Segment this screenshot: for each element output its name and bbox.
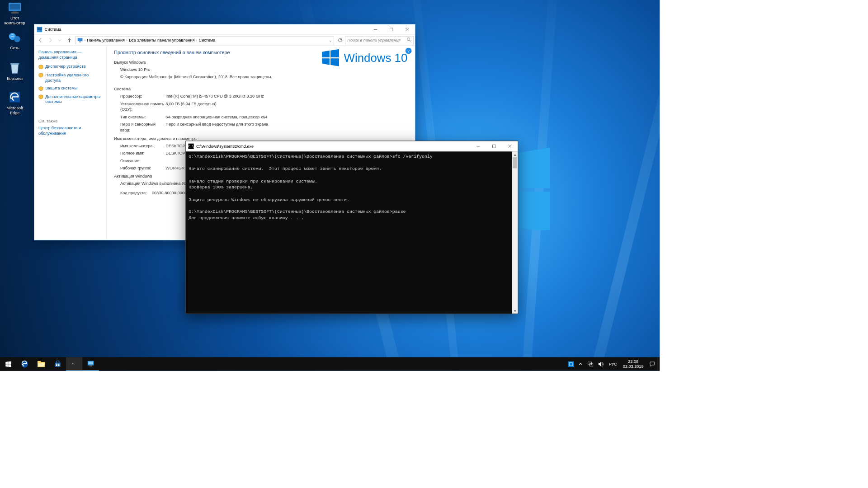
svg-rect-36 [38, 361, 41, 363]
pc-icon [77, 37, 83, 42]
tray-volume-icon[interactable] [596, 357, 607, 371]
nav-recent-dropdown[interactable] [55, 35, 65, 45]
label-productid: Код продукта: [114, 190, 152, 196]
sidebar: Панель управления — домашняя страница Ди… [34, 46, 107, 240]
desktop-icon-network[interactable]: Сеть [1, 32, 28, 50]
svg-rect-46 [88, 361, 93, 364]
nav-up-button[interactable] [65, 35, 74, 45]
copyright-text: © Корпорация Майкрософт (Microsoft Corpo… [114, 74, 407, 79]
svg-marker-22 [322, 51, 330, 57]
cmd-title: C:\Windows\system32\cmd.exe [196, 144, 470, 149]
cmd-output[interactable]: G:\YandexDisk\PROGRAMS\BESTSOFT\(Системн… [186, 151, 518, 314]
label-cname: Имя компьютера: [114, 143, 165, 149]
value-processor: Intel(R) Core(TM) i5-4570 CPU @ 3.20GHz … [165, 94, 407, 99]
taskbar-explorer[interactable] [33, 357, 49, 371]
see-also-heading: См. также [38, 118, 102, 123]
sidebar-link-security-center[interactable]: Центр безопасности и обслуживания [38, 125, 102, 136]
scroll-up-button[interactable]: ▴ [512, 151, 518, 157]
svg-line-21 [410, 40, 411, 42]
search-icon [407, 37, 411, 42]
cmd-maximize-button[interactable] [486, 141, 502, 151]
scroll-down-button[interactable]: ▾ [512, 308, 518, 314]
show-desktop-button[interactable] [658, 357, 660, 371]
section-system: Система [114, 87, 407, 92]
windows10-logo: Windows 10 [322, 49, 407, 66]
svg-marker-30 [5, 361, 8, 364]
minimize-button[interactable] [368, 24, 383, 35]
svg-marker-32 [5, 364, 8, 366]
desktop-icon-label: Корзина [1, 76, 28, 81]
taskbar-store[interactable] [49, 357, 66, 371]
svg-rect-18 [78, 38, 83, 41]
value-systype: 64-разрядная операционная система, проце… [165, 114, 407, 120]
system-tray: РУС 22:0802.03.2019 [566, 357, 660, 371]
sidebar-link-device-manager[interactable]: Диспетчер устройств [38, 64, 102, 70]
svg-marker-33 [8, 364, 11, 367]
refresh-button[interactable] [335, 35, 345, 45]
desktop-icon-label: Microsoft Edge [1, 106, 28, 115]
shield-icon [38, 86, 43, 91]
tray-clock[interactable]: 22:0802.03.2019 [619, 359, 647, 369]
value-pentouch: Перо и сенсорный ввод недоступны для это… [165, 122, 407, 133]
activation-status: Активация Windows выполнена Ус [114, 181, 186, 187]
nav-back-button[interactable] [36, 35, 45, 45]
tray-network-icon[interactable] [585, 357, 596, 371]
value-ram: 8,00 ГБ (6,94 ГБ доступно) [165, 101, 407, 113]
sidebar-link-remote[interactable]: Настройка удаленного доступа [38, 72, 102, 83]
desktop-icon-edge[interactable]: Microsoft Edge [1, 91, 28, 116]
label-processor: Процессор: [114, 94, 165, 99]
sidebar-link-advanced[interactable]: Дополнительные параметры системы [38, 94, 102, 105]
taskbar-control-panel[interactable] [82, 357, 99, 371]
cmd-icon: C:\ [188, 143, 193, 149]
svg-rect-15 [390, 28, 393, 31]
tray-defender-icon[interactable] [566, 357, 576, 371]
svg-point-9 [14, 36, 20, 42]
scroll-thumb[interactable] [513, 157, 517, 168]
svg-marker-23 [330, 49, 339, 57]
svg-marker-24 [322, 58, 330, 65]
svg-rect-42 [58, 365, 59, 366]
svg-rect-5 [9, 4, 20, 9]
windows-edition-value: Windows 10 Pro [114, 67, 150, 73]
tray-chevron-up-icon[interactable] [576, 357, 585, 371]
search-placeholder: Поиск в панели управления [347, 38, 401, 42]
shield-icon [38, 94, 43, 99]
svg-rect-37 [38, 363, 44, 366]
shield-icon [38, 73, 43, 78]
search-input[interactable]: Поиск в панели управления [345, 36, 414, 44]
desktop-icon-recycle[interactable]: Корзина [1, 61, 28, 81]
svg-rect-47 [90, 366, 92, 366]
svg-rect-40 [58, 364, 59, 365]
sidebar-home-link[interactable]: Панель управления — домашняя страница [38, 49, 102, 61]
breadcrumb[interactable]: ›Панель управления ›Все элементы панели … [75, 36, 334, 44]
label-desc: Описание: [114, 158, 165, 164]
control-panel-icon [37, 27, 42, 32]
svg-rect-41 [56, 365, 57, 366]
taskbar-edge[interactable] [16, 357, 33, 371]
nav-forward-button [45, 35, 55, 45]
svg-rect-6 [13, 11, 17, 12]
desktop-icon-this-pc[interactable]: Этот компьютер [1, 2, 28, 26]
sidebar-link-protection[interactable]: Защита системы [38, 86, 102, 91]
cmd-minimize-button[interactable] [470, 141, 486, 151]
svg-point-20 [407, 38, 410, 40]
label-pentouch: Перо и сенсорный ввод: [114, 122, 165, 133]
cmd-close-button[interactable] [502, 141, 518, 151]
close-button[interactable] [399, 24, 415, 35]
svg-rect-48 [568, 361, 574, 367]
svg-rect-13 [38, 27, 42, 30]
tray-language[interactable]: РУС [606, 357, 619, 371]
tray-action-center-icon[interactable] [647, 357, 658, 371]
svg-rect-27 [492, 145, 495, 148]
svg-text:>_: >_ [72, 362, 75, 365]
cmd-window: C:\ C:\Windows\system32\cmd.exe G:\Yande… [185, 141, 518, 314]
taskbar-cmd[interactable]: >_ [66, 357, 82, 371]
maximize-button[interactable] [383, 24, 399, 35]
start-button[interactable] [0, 357, 16, 371]
section-computer-name: Имя компьютера, имя домена и параметры [114, 136, 407, 141]
svg-rect-19 [79, 42, 81, 42]
label-systype: Тип системы: [114, 114, 165, 120]
titlebar[interactable]: Система [34, 24, 415, 35]
cmd-scrollbar[interactable]: ▴ ▾ [512, 151, 518, 314]
label-ram: Установленная память (ОЗУ): [114, 101, 165, 113]
